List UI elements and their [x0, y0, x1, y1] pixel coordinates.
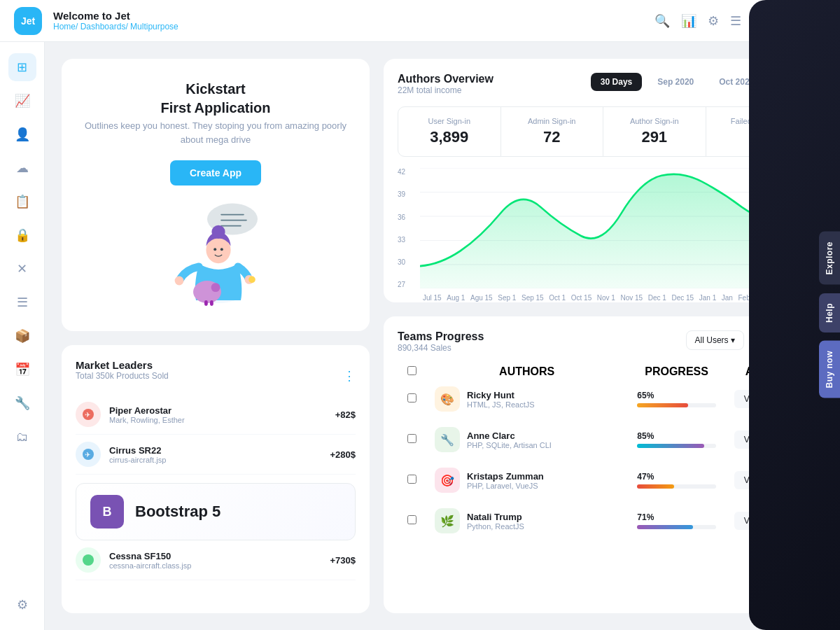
sidebar-item-grid[interactable]: ⊞	[8, 53, 36, 81]
left-column: Kickstart First Application Outlines kee…	[62, 59, 370, 613]
header: Jet Welcome to Jet Home/ Dashboards/ Mul…	[0, 0, 840, 42]
market-title: Market Leaders	[76, 359, 169, 371]
market-info-cirrus: Cirrus SR22 cirrus-aircraft.jsp	[109, 445, 166, 464]
chart-area: 42 39 36 33 30 27	[398, 168, 809, 288]
kickstart-title1: Kickstart	[78, 81, 353, 97]
col-progress: PROGRESS	[629, 365, 724, 378]
kickstart-description: Outlines keep you honest. They stoping y…	[78, 119, 353, 146]
sidebar-item-settings[interactable]: ⚙	[8, 591, 36, 619]
author-details: Ricky Hunt HTML, JS, ReactJS	[467, 390, 535, 409]
buy-now-label[interactable]: Buy now	[819, 341, 840, 398]
page-title: Welcome to Jet	[53, 10, 178, 22]
explore-label[interactable]: Explore	[819, 232, 840, 285]
sidebar-item-calendar[interactable]: 📅	[8, 356, 36, 384]
teams-table: AUTHORS PROGRESS ACTION 🎨 Ricky Hunt	[398, 364, 809, 542]
sidebar-item-lock[interactable]: 🔒	[8, 221, 36, 249]
create-app-button[interactable]: Create App	[170, 160, 261, 186]
authors-header: Authors Overview 22M total income 30 Day…	[398, 73, 809, 95]
progress-bar-fill	[637, 403, 688, 407]
row-checkbox[interactable]	[407, 393, 416, 402]
market-subtitle: Total 350k Products Sold	[76, 371, 169, 381]
svg-point-10	[248, 276, 255, 284]
author-avatar: 🌿	[435, 508, 460, 533]
dark-panel: Explore Help Buy now	[749, 0, 840, 630]
svg-point-12	[211, 283, 220, 292]
svg-point-15	[214, 248, 216, 251]
sidebar-item-box[interactable]: 📦	[8, 322, 36, 350]
help-label[interactable]: Help	[819, 293, 840, 332]
teams-title: Teams Progress	[398, 330, 484, 343]
table-row: 🔧 Anne Clarc PHP, SQLite, Artisan CLI 85…	[399, 420, 808, 459]
author-avatar: 🔧	[435, 427, 460, 452]
sidebar-item-user[interactable]: 👤	[8, 120, 36, 148]
teams-header: Teams Progress 890,344 Sales All Users ▾…	[398, 330, 809, 353]
col-checkbox	[399, 365, 425, 378]
author-details: Anne Clarc PHP, SQLite, Artisan CLI	[467, 430, 552, 449]
row-checkbox[interactable]	[407, 434, 416, 443]
svg-point-16	[220, 248, 223, 251]
svg-point-7	[211, 225, 225, 239]
author-details: Natali Trump Python, ReactJS	[467, 512, 524, 531]
market-item: ✈ Piper Aerostar Mark, Rowling, Esther +…	[76, 395, 356, 435]
row-checkbox[interactable]	[407, 475, 416, 484]
users-filter[interactable]: All Users ▾	[686, 330, 744, 350]
market-logo-cirrus: ✈	[76, 442, 101, 467]
stat-author-signin: Author Sign-in 291	[603, 107, 706, 156]
market-item: Cessna SF150 cessna-aircraft.class.jsp +…	[76, 540, 356, 580]
author-info: 🎯 Kristaps Zumman PHP, Laravel, VueJS	[435, 468, 619, 493]
main-content: Kickstart First Application Outlines kee…	[45, 42, 840, 630]
svg-point-21	[83, 554, 94, 566]
bootstrap-banner: B Bootstrap 5	[76, 483, 356, 540]
breadcrumb: Home/ Dashboards/ Multipurpose	[53, 22, 178, 31]
authors-income: 22M total income	[398, 85, 493, 95]
sidebar-bottom: ⚙	[8, 591, 36, 619]
sidebar-item-report[interactable]: 📋	[8, 188, 36, 216]
authors-title: Authors Overview	[398, 73, 493, 85]
sidebar-item-chart[interactable]: 📈	[8, 87, 36, 115]
sidebar-item-close[interactable]: ✕	[8, 255, 36, 283]
row-checkbox[interactable]	[407, 515, 416, 524]
kickstart-title2: First Application	[78, 100, 353, 116]
stat-user-signin: User Sign-in 3,899	[398, 107, 501, 156]
select-all-checkbox[interactable]	[407, 366, 416, 375]
logo[interactable]: Jet	[14, 7, 42, 35]
sidebar-item-tools[interactable]: 🔧	[8, 389, 36, 417]
stats-row: User Sign-in 3,899 Admin Sign-in 72 Auth…	[398, 106, 809, 157]
sidebar-item-cloud[interactable]: ☁	[8, 154, 36, 182]
search-icon[interactable]: 🔍	[654, 13, 670, 29]
market-logo-cessna	[76, 547, 101, 573]
sidebar-item-list[interactable]: ☰	[8, 288, 36, 316]
tab-30days[interactable]: 30 Days	[591, 73, 642, 91]
sidebar-item-template[interactable]: 🗂	[8, 423, 36, 451]
tab-sep2020[interactable]: Sep 2020	[648, 73, 704, 91]
y-axis: 42 39 36 33 30 27	[398, 168, 414, 288]
settings-icon[interactable]: ⚙	[708, 13, 719, 29]
svg-text:✈: ✈	[85, 451, 90, 458]
progress-bar-fill	[637, 484, 674, 489]
chart-icon[interactable]: 📊	[681, 13, 696, 29]
header-title: Welcome to Jet Home/ Dashboards/ Multipu…	[53, 10, 178, 31]
bootstrap-icon: B	[90, 495, 124, 528]
table-row: 🎯 Kristaps Zumman PHP, Laravel, VueJS 47…	[399, 461, 808, 500]
bootstrap-label: Bootstrap 5	[135, 503, 220, 521]
author-details: Kristaps Zumman PHP, Laravel, VueJS	[467, 471, 544, 490]
progress-bar-bg	[637, 484, 716, 489]
market-leaders-card: Market Leaders Total 350k Products Sold …	[62, 345, 370, 613]
menu-icon[interactable]: ☰	[730, 13, 741, 29]
author-avatar: 🎯	[435, 468, 460, 493]
market-item: ✈ Cirrus SR22 cirrus-aircraft.jsp +280$	[76, 435, 356, 475]
teams-subtitle: 890,344 Sales	[398, 343, 484, 353]
market-info-cessna: Cessna SF150 cessna-aircraft.class.jsp	[109, 551, 191, 570]
stat-admin-signin: Admin Sign-in 72	[501, 107, 604, 156]
table-row: 🎨 Ricky Hunt HTML, JS, ReactJS 65%	[399, 379, 808, 419]
svg-point-8	[175, 276, 184, 286]
svg-text:✈: ✈	[85, 411, 90, 419]
illustration	[160, 197, 272, 309]
author-avatar: 🎨	[435, 386, 460, 412]
author-info: 🌿 Natali Trump Python, ReactJS	[435, 508, 619, 533]
market-more-icon[interactable]: ⋮	[343, 368, 356, 384]
side-labels: Explore Help Buy now	[819, 232, 840, 398]
col-authors: AUTHORS	[426, 365, 627, 378]
sidebar: ⊞ 📈 👤 ☁ 📋 🔒 ✕ ☰ 📦 📅 🔧 🗂 ⚙	[0, 42, 45, 630]
market-info-piper: Piper Aerostar Mark, Rowling, Esther	[109, 405, 185, 424]
